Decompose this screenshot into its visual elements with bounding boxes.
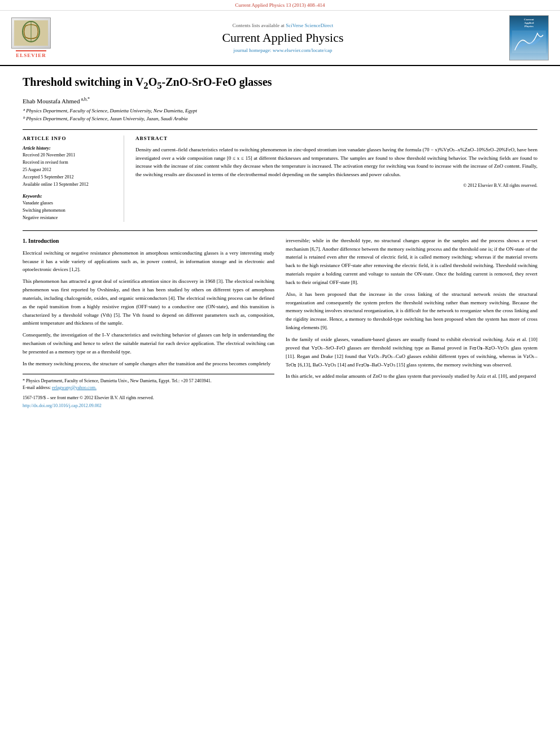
journal-citation: Current Applied Physics 13 (2013) 408–41… — [235, 2, 325, 8]
abstract-panel: Abstract Density and current–field chara… — [135, 136, 537, 221]
email-address[interactable]: eelagwany@yahoo.com. — [52, 385, 97, 390]
sciverse-link[interactable]: SciVerse ScienceDirect — [286, 23, 333, 28]
article-info-panel: Article Info Article history: Received 2… — [23, 136, 124, 221]
authors-line: Ehab Moustafa Ahmed a,b,* — [23, 97, 537, 104]
affiliations: ᵃ Physics Department, Faculty of Science… — [23, 107, 537, 123]
intro-para3: Consequently, the investigation of the I… — [23, 331, 274, 356]
journal-citation-bar: Current Applied Physics 13 (2013) 408–41… — [0, 0, 560, 11]
abstract-title: Abstract — [135, 136, 537, 141]
body-columns: 1. Introduction Electrical switching or … — [23, 237, 537, 410]
abstract-text: Density and current–field characteristic… — [135, 146, 537, 178]
section-title: Introduction — [28, 238, 59, 244]
keyword-3: Negative resistance — [23, 215, 115, 222]
body-left-col: 1. Introduction Electrical switching or … — [23, 237, 274, 410]
footnote-email: E-mail address: eelagwany@yahoo.com. — [23, 385, 274, 391]
right-para3: In the family of oxide glasses, vanadium… — [286, 335, 537, 369]
available-date: Available online 13 September 2012 — [23, 181, 115, 189]
journal-header-center: Contents lists available at SciVerse Sci… — [56, 23, 509, 53]
cover-title: CurrentAppliedPhysics — [524, 18, 533, 28]
section-number: 1. — [23, 238, 27, 244]
doi-line[interactable]: http://dx.doi.org/10.1016/j.cap.2012.09.… — [23, 403, 274, 410]
intro-para4: In the memory switching process, the str… — [23, 360, 274, 368]
intro-heading: 1. Introduction — [23, 237, 274, 246]
footnote-area: * Physics Department, Faculty of Science… — [23, 374, 274, 410]
journal-homepage: journal homepage: www.elsevier.com/locat… — [56, 47, 509, 53]
footnote-star: * Physics Department, Faculty of Science… — [23, 378, 274, 385]
body-divider — [23, 230, 537, 231]
article-info-abstract: Article Info Article history: Received 2… — [23, 129, 537, 221]
article-history-label: Article history: — [23, 146, 115, 151]
right-para2: Also, it has been proposed that the incr… — [286, 290, 537, 332]
footnote-star-text: * Physics Department, Faculty of Science… — [23, 378, 212, 383]
issn-line: 1567-1739/$ – see front matter © 2012 El… — [23, 395, 274, 401]
author-affil-markers: a,b,* — [80, 97, 90, 102]
journal-cover-image: CurrentAppliedPhysics — [509, 15, 549, 60]
elsevier-logo-image — [11, 18, 51, 49]
elsevier-text: ELSEVIER — [16, 50, 46, 58]
homepage-prefix: journal homepage: — [234, 47, 273, 53]
keywords-label: Keywords: — [23, 194, 115, 199]
keyword-2: Switching phenomenon — [23, 207, 115, 215]
right-para1: irreversible; while in the threshold typ… — [286, 237, 537, 287]
homepage-link[interactable]: www.elsevier.com/locate/cap — [273, 47, 332, 53]
journal-header: ELSEVIER Contents lists available at Sci… — [0, 11, 560, 66]
journal-cover: CurrentAppliedPhysics — [509, 15, 554, 60]
intro-para1: Electrical switching or negative resista… — [23, 249, 274, 274]
copyright: © 2012 Elsevier B.V. All rights reserved… — [135, 183, 537, 188]
journal-title: Current Applied Physics — [56, 30, 509, 45]
main-content: Threshold switching in V2O5-ZnO-SrO-FeO … — [0, 66, 560, 421]
accepted-date: Accepted 5 September 2012 — [23, 174, 115, 181]
affiliation-b: ᵇ Physics Department, Faculty of Science… — [23, 115, 537, 123]
author-name: Ehab Moustafa Ahmed — [23, 97, 80, 104]
elsevier-logo: ELSEVIER — [6, 18, 56, 58]
email-label: E-mail address: — [23, 385, 52, 390]
svg-rect-3 — [512, 30, 546, 53]
right-para4: In this article, we added molar amounts … — [286, 372, 537, 381]
received-revised: Received in revised form25 August 2012 — [23, 159, 115, 174]
sciverse-line: Contents lists available at SciVerse Sci… — [56, 23, 509, 28]
keyword-1: Vanadate glasses — [23, 200, 115, 207]
keywords-section: Keywords: Vanadate glasses Switching phe… — [23, 194, 115, 221]
received-date: Received 20 November 2011 — [23, 152, 115, 159]
sciverse-prefix: Contents lists available at — [233, 23, 286, 28]
article-info-title: Article Info — [23, 136, 115, 141]
article-title: Threshold switching in V2O5-ZnO-SrO-FeO … — [23, 75, 537, 92]
intro-para2: This phenomenon has attracted a great de… — [23, 277, 274, 327]
body-right-col: irreversible; while in the threshold typ… — [286, 237, 537, 410]
affiliation-a: ᵃ Physics Department, Faculty of Science… — [23, 107, 537, 115]
